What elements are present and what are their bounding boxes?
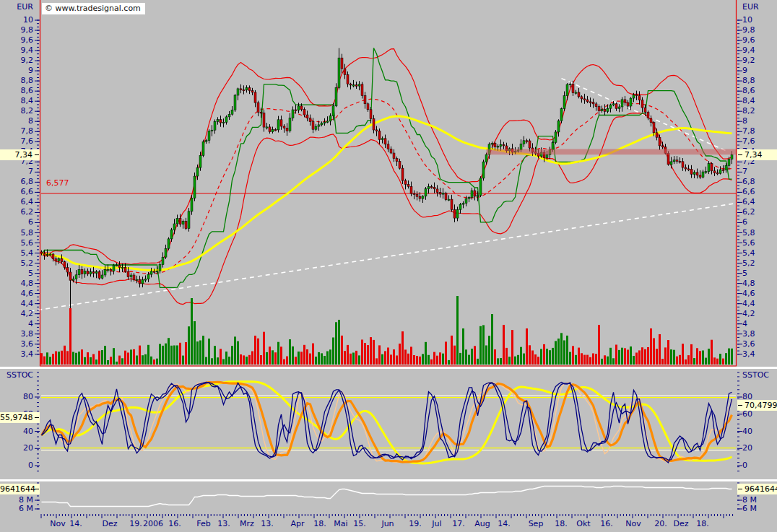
- tradesignal-chart-window: 3,43,43,63,63,83,8444,24,24,44,44,64,64,…: [0, 0, 777, 532]
- sstoc-marker-left: 55,9748: [0, 412, 40, 423]
- last-price-marker-right: 7,34: [737, 149, 777, 160]
- currency-label-right: EUR: [742, 2, 759, 12]
- currency-label-left: EUR: [0, 2, 33, 12]
- last-price-marker-left: 7,34: [0, 149, 40, 160]
- chart-canvas[interactable]: [0, 0, 777, 532]
- support-line-label: 6,577: [46, 178, 69, 188]
- copyright-watermark: © www.tradesignal.com: [42, 3, 145, 14]
- shares-marker-left: 9641644: [0, 484, 40, 494]
- sstoc-title-left: SSTOC: [0, 370, 33, 380]
- shares-marker-right: 9641644: [737, 484, 777, 494]
- sstoc-marker-right: 70,4799: [737, 400, 777, 411]
- sstoc-title-right: SSTOC: [742, 370, 769, 380]
